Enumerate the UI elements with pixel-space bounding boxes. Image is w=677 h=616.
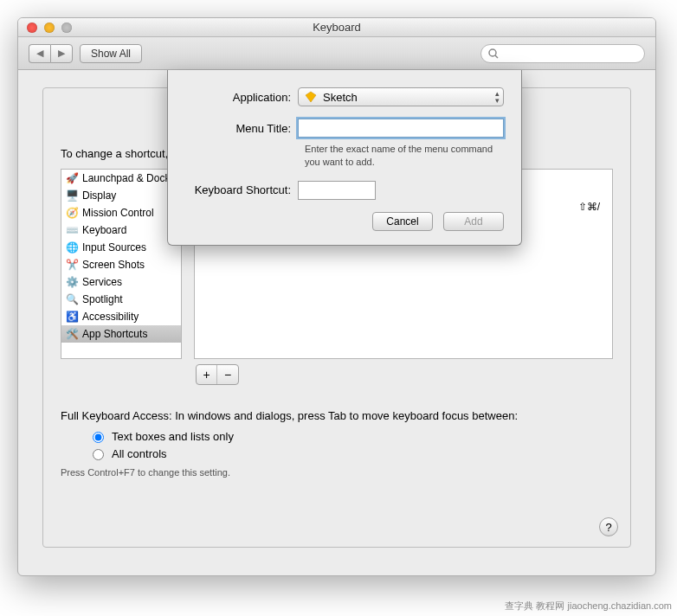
sidebar-item-input-sources[interactable]: 🌐 Input Sources — [61, 239, 181, 256]
sidebar-item-label: Services — [82, 276, 122, 288]
application-label: Application: — [185, 91, 298, 104]
search-icon — [488, 48, 499, 59]
sidebar-item-label: Keyboard — [82, 224, 126, 236]
sidebar-item-spotlight[interactable]: 🔍 Spotlight — [61, 291, 181, 308]
window-title: Keyboard — [18, 21, 655, 34]
shortcut-label: Keyboard Shortcut: — [185, 183, 298, 196]
spotlight-icon: 🔍 — [65, 292, 79, 306]
menutitle-label: Menu Title: — [185, 122, 298, 135]
sidebar-item-mission-control[interactable]: 🧭 Mission Control — [61, 204, 181, 221]
watermark: 查字典 教程网 jiaocheng.chazidian.com — [505, 600, 672, 613]
sidebar-item-label: Launchpad & Dock — [82, 172, 170, 184]
radio-text-boxes-input[interactable] — [93, 432, 104, 443]
sidebar-item-label: Spotlight — [82, 293, 123, 305]
input-sources-icon: 🌐 — [65, 241, 79, 254]
remove-button[interactable]: − — [217, 365, 238, 384]
show-all-button[interactable]: Show All — [80, 44, 142, 63]
shortcut-value: ⇧⌘/ — [578, 201, 600, 213]
cancel-button[interactable]: Cancel — [372, 212, 433, 231]
toolbar: ◀ ▶ Show All — [18, 37, 655, 70]
close-icon[interactable] — [27, 22, 37, 33]
add-confirm-button[interactable]: Add — [443, 212, 504, 231]
back-button[interactable]: ◀ — [29, 44, 50, 63]
add-remove-segment: + − — [196, 364, 239, 385]
app-shortcuts-icon: 🛠️ — [65, 327, 79, 341]
search-input[interactable] — [502, 47, 637, 61]
menutitle-input[interactable] — [298, 119, 504, 138]
hint-text: Press Control+F7 to change this setting. — [61, 467, 613, 478]
sidebar-item-app-shortcuts[interactable]: 🛠️ App Shortcuts — [61, 325, 181, 343]
radio-all-controls-input[interactable] — [93, 449, 104, 460]
svg-point-0 — [489, 49, 496, 56]
traffic-lights — [27, 22, 72, 33]
sketch-app-icon — [304, 90, 318, 104]
add-shortcut-sheet: Application: Sketch ▴▾ Menu Title: Enter… — [167, 70, 522, 246]
radio-label: All controls — [112, 447, 167, 460]
screenshots-icon: ✂️ — [65, 258, 79, 272]
mission-control-icon: 🧭 — [65, 206, 79, 220]
svg-line-1 — [495, 55, 498, 58]
category-list[interactable]: 🚀 Launchpad & Dock 🖥️ Display 🧭 Mission … — [61, 169, 182, 359]
menutitle-help: Enter the exact name of the menu command… — [305, 143, 504, 169]
radio-label: Text boxes and lists only — [112, 430, 234, 443]
preferences-window: Keyboard ◀ ▶ Show All To change a shortc… — [17, 17, 656, 576]
minimize-icon[interactable] — [44, 22, 55, 33]
popup-arrows-icon: ▴▾ — [495, 90, 500, 104]
titlebar: Keyboard — [18, 18, 655, 37]
services-icon: ⚙️ — [65, 275, 79, 289]
zoom-icon[interactable] — [61, 22, 72, 33]
svg-marker-2 — [306, 92, 316, 102]
application-value: Sketch — [323, 91, 358, 104]
sidebar-item-label: Accessibility — [82, 311, 139, 323]
add-button[interactable]: + — [197, 365, 217, 384]
launchpad-icon: 🚀 — [65, 171, 79, 185]
keyboard-icon: ⌨️ — [65, 223, 79, 237]
sidebar-item-accessibility[interactable]: ♿ Accessibility — [61, 308, 181, 325]
application-popup[interactable]: Sketch ▴▾ — [298, 87, 504, 106]
radio-all-controls[interactable]: All controls — [88, 445, 613, 462]
sidebar-item-label: Screen Shots — [82, 259, 145, 271]
sidebar-item-label: Mission Control — [82, 207, 154, 219]
search-field[interactable] — [480, 44, 645, 63]
nav-segment: ◀ ▶ — [29, 44, 73, 63]
sidebar-item-keyboard[interactable]: ⌨️ Keyboard — [61, 221, 181, 239]
full-keyboard-access-label: Full Keyboard Access: In windows and dia… — [61, 409, 613, 422]
sidebar-item-services[interactable]: ⚙️ Services — [61, 273, 181, 291]
sidebar-item-label: Display — [82, 189, 116, 202]
forward-button[interactable]: ▶ — [50, 44, 73, 63]
sidebar-item-display[interactable]: 🖥️ Display — [61, 187, 181, 204]
sidebar-item-label: Input Sources — [82, 241, 146, 253]
display-icon: 🖥️ — [65, 189, 79, 202]
help-button[interactable]: ? — [599, 517, 618, 536]
radio-text-boxes[interactable]: Text boxes and lists only — [88, 427, 613, 445]
sidebar-item-screenshots[interactable]: ✂️ Screen Shots — [61, 256, 181, 273]
sidebar-item-launchpad[interactable]: 🚀 Launchpad & Dock — [61, 170, 181, 187]
accessibility-icon: ♿ — [65, 310, 79, 324]
sidebar-item-label: App Shortcuts — [82, 328, 147, 340]
shortcut-input[interactable] — [298, 181, 376, 200]
